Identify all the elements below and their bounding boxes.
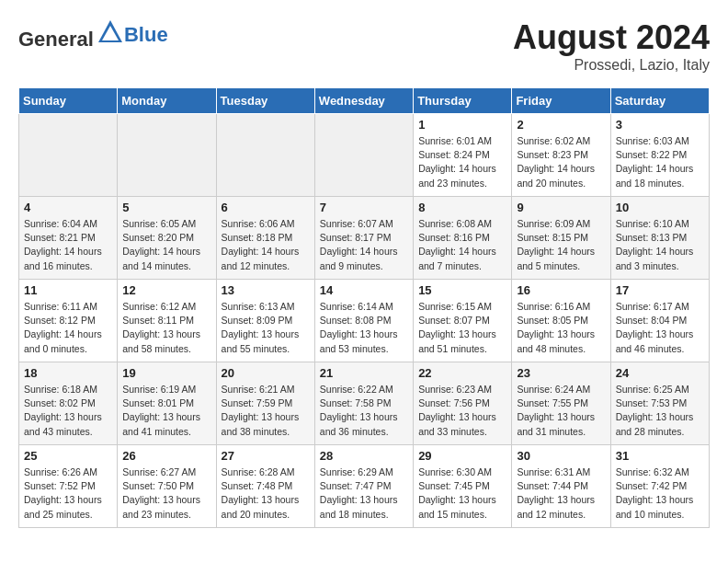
calendar-cell: 27Sunrise: 6:28 AM Sunset: 7:48 PM Dayli… bbox=[216, 445, 314, 528]
day-info: Sunrise: 6:14 AM Sunset: 8:08 PM Dayligh… bbox=[320, 300, 408, 356]
column-header-monday: Monday bbox=[118, 88, 216, 114]
logo-blue: Blue bbox=[124, 23, 168, 46]
calendar-cell: 21Sunrise: 6:22 AM Sunset: 7:58 PM Dayli… bbox=[314, 362, 413, 445]
calendar-cell: 5Sunrise: 6:05 AM Sunset: 8:20 PM Daylig… bbox=[118, 197, 216, 280]
column-header-wednesday: Wednesday bbox=[314, 88, 413, 114]
day-info: Sunrise: 6:32 AM Sunset: 7:42 PM Dayligh… bbox=[616, 465, 704, 522]
day-info: Sunrise: 6:18 AM Sunset: 8:02 PM Dayligh… bbox=[24, 383, 112, 439]
calendar-cell: 19Sunrise: 6:19 AM Sunset: 8:01 PM Dayli… bbox=[118, 362, 216, 445]
day-number: 2 bbox=[517, 118, 605, 132]
calendar-cell: 9Sunrise: 6:09 AM Sunset: 8:15 PM Daylig… bbox=[512, 197, 610, 280]
day-info: Sunrise: 6:30 AM Sunset: 7:45 PM Dayligh… bbox=[418, 465, 506, 522]
calendar-cell: 26Sunrise: 6:27 AM Sunset: 7:50 PM Dayli… bbox=[118, 445, 216, 528]
day-number: 30 bbox=[517, 449, 605, 463]
day-info: Sunrise: 6:23 AM Sunset: 7:56 PM Dayligh… bbox=[418, 383, 506, 439]
day-info: Sunrise: 6:05 AM Sunset: 8:20 PM Dayligh… bbox=[122, 217, 210, 273]
calendar-cell: 20Sunrise: 6:21 AM Sunset: 7:59 PM Dayli… bbox=[216, 362, 314, 445]
calendar-week-2: 4Sunrise: 6:04 AM Sunset: 8:21 PM Daylig… bbox=[19, 197, 710, 280]
day-info: Sunrise: 6:08 AM Sunset: 8:16 PM Dayligh… bbox=[418, 217, 506, 273]
day-number: 20 bbox=[222, 366, 310, 380]
day-number: 8 bbox=[418, 201, 506, 214]
day-info: Sunrise: 6:13 AM Sunset: 8:09 PM Dayligh… bbox=[222, 300, 310, 356]
calendar-header-row: SundayMondayTuesdayWednesdayThursdayFrid… bbox=[19, 88, 710, 114]
day-number: 19 bbox=[122, 366, 210, 380]
day-number: 17 bbox=[616, 283, 704, 297]
calendar-cell: 1Sunrise: 6:01 AM Sunset: 8:24 PM Daylig… bbox=[414, 114, 512, 197]
calendar-cell: 25Sunrise: 6:26 AM Sunset: 7:52 PM Dayli… bbox=[19, 445, 118, 528]
day-info: Sunrise: 6:25 AM Sunset: 7:53 PM Dayligh… bbox=[616, 383, 704, 439]
day-number: 14 bbox=[320, 283, 408, 297]
day-number: 23 bbox=[517, 366, 605, 380]
day-info: Sunrise: 6:01 AM Sunset: 8:24 PM Dayligh… bbox=[418, 134, 506, 190]
day-info: Sunrise: 6:16 AM Sunset: 8:05 PM Dayligh… bbox=[517, 300, 605, 356]
day-number: 16 bbox=[517, 283, 605, 297]
day-info: Sunrise: 6:29 AM Sunset: 7:47 PM Dayligh… bbox=[320, 465, 408, 522]
day-info: Sunrise: 6:11 AM Sunset: 8:12 PM Dayligh… bbox=[24, 300, 112, 356]
day-info: Sunrise: 6:04 AM Sunset: 8:21 PM Dayligh… bbox=[24, 217, 112, 273]
day-info: Sunrise: 6:15 AM Sunset: 8:07 PM Dayligh… bbox=[418, 300, 506, 356]
column-header-friday: Friday bbox=[512, 88, 610, 114]
calendar-cell: 15Sunrise: 6:15 AM Sunset: 8:07 PM Dayli… bbox=[414, 280, 512, 362]
day-info: Sunrise: 6:19 AM Sunset: 8:01 PM Dayligh… bbox=[122, 383, 210, 439]
day-number: 6 bbox=[222, 201, 310, 214]
day-info: Sunrise: 6:17 AM Sunset: 8:04 PM Dayligh… bbox=[616, 300, 704, 356]
day-number: 5 bbox=[122, 201, 210, 214]
day-number: 31 bbox=[616, 449, 704, 463]
calendar-cell: 3Sunrise: 6:03 AM Sunset: 8:22 PM Daylig… bbox=[610, 114, 709, 197]
day-number: 29 bbox=[418, 449, 506, 463]
column-header-thursday: Thursday bbox=[414, 88, 512, 114]
day-number: 3 bbox=[616, 118, 704, 132]
calendar-cell: 23Sunrise: 6:24 AM Sunset: 7:55 PM Dayli… bbox=[512, 362, 610, 445]
calendar-cell: 11Sunrise: 6:11 AM Sunset: 8:12 PM Dayli… bbox=[19, 280, 118, 362]
calendar-cell bbox=[216, 114, 314, 197]
calendar-cell: 10Sunrise: 6:10 AM Sunset: 8:13 PM Dayli… bbox=[610, 197, 709, 280]
calendar-cell: 8Sunrise: 6:08 AM Sunset: 8:16 PM Daylig… bbox=[414, 197, 512, 280]
calendar-cell: 30Sunrise: 6:31 AM Sunset: 7:44 PM Dayli… bbox=[512, 445, 610, 528]
day-info: Sunrise: 6:02 AM Sunset: 8:23 PM Dayligh… bbox=[517, 134, 605, 190]
day-number: 21 bbox=[320, 366, 408, 380]
day-info: Sunrise: 6:27 AM Sunset: 7:50 PM Dayligh… bbox=[122, 465, 210, 522]
day-info: Sunrise: 6:31 AM Sunset: 7:44 PM Dayligh… bbox=[517, 465, 605, 522]
day-info: Sunrise: 6:06 AM Sunset: 8:18 PM Dayligh… bbox=[222, 217, 310, 273]
calendar-cell: 28Sunrise: 6:29 AM Sunset: 7:47 PM Dayli… bbox=[314, 445, 413, 528]
day-number: 9 bbox=[517, 201, 605, 214]
day-info: Sunrise: 6:22 AM Sunset: 7:58 PM Dayligh… bbox=[320, 383, 408, 439]
day-number: 7 bbox=[320, 201, 408, 214]
calendar-table: SundayMondayTuesdayWednesdayThursdayFrid… bbox=[18, 87, 710, 528]
calendar-cell: 29Sunrise: 6:30 AM Sunset: 7:45 PM Dayli… bbox=[414, 445, 512, 528]
logo-general: General bbox=[18, 28, 94, 51]
calendar-cell bbox=[19, 114, 118, 197]
day-number: 26 bbox=[122, 449, 210, 463]
day-number: 11 bbox=[24, 283, 112, 297]
logo: General Blue bbox=[18, 18, 168, 52]
calendar-cell: 13Sunrise: 6:13 AM Sunset: 8:09 PM Dayli… bbox=[216, 280, 314, 362]
day-number: 25 bbox=[24, 449, 112, 463]
calendar-week-5: 25Sunrise: 6:26 AM Sunset: 7:52 PM Dayli… bbox=[19, 445, 710, 528]
calendar-cell: 12Sunrise: 6:12 AM Sunset: 8:11 PM Dayli… bbox=[118, 280, 216, 362]
column-header-saturday: Saturday bbox=[610, 88, 709, 114]
logo-icon bbox=[97, 18, 124, 46]
calendar-week-3: 11Sunrise: 6:11 AM Sunset: 8:12 PM Dayli… bbox=[19, 280, 710, 362]
day-number: 13 bbox=[222, 283, 310, 297]
column-header-sunday: Sunday bbox=[19, 88, 118, 114]
calendar-cell: 7Sunrise: 6:07 AM Sunset: 8:17 PM Daylig… bbox=[314, 197, 413, 280]
day-number: 28 bbox=[320, 449, 408, 463]
calendar-cell: 31Sunrise: 6:32 AM Sunset: 7:42 PM Dayli… bbox=[610, 445, 709, 528]
day-number: 1 bbox=[418, 118, 506, 132]
calendar-week-1: 1Sunrise: 6:01 AM Sunset: 8:24 PM Daylig… bbox=[19, 114, 710, 197]
calendar-cell: 18Sunrise: 6:18 AM Sunset: 8:02 PM Dayli… bbox=[19, 362, 118, 445]
calendar-cell: 14Sunrise: 6:14 AM Sunset: 8:08 PM Dayli… bbox=[314, 280, 413, 362]
calendar-body: 1Sunrise: 6:01 AM Sunset: 8:24 PM Daylig… bbox=[19, 114, 710, 528]
day-number: 15 bbox=[418, 283, 506, 297]
day-info: Sunrise: 6:28 AM Sunset: 7:48 PM Dayligh… bbox=[222, 465, 310, 522]
calendar-cell bbox=[314, 114, 413, 197]
calendar-cell: 17Sunrise: 6:17 AM Sunset: 8:04 PM Dayli… bbox=[610, 280, 709, 362]
day-number: 10 bbox=[616, 201, 704, 214]
calendar-cell: 22Sunrise: 6:23 AM Sunset: 7:56 PM Dayli… bbox=[414, 362, 512, 445]
day-number: 4 bbox=[24, 201, 112, 214]
day-info: Sunrise: 6:09 AM Sunset: 8:15 PM Dayligh… bbox=[517, 217, 605, 273]
day-info: Sunrise: 6:12 AM Sunset: 8:11 PM Dayligh… bbox=[122, 300, 210, 356]
day-info: Sunrise: 6:26 AM Sunset: 7:52 PM Dayligh… bbox=[24, 465, 112, 522]
day-number: 12 bbox=[122, 283, 210, 297]
column-header-tuesday: Tuesday bbox=[216, 88, 314, 114]
